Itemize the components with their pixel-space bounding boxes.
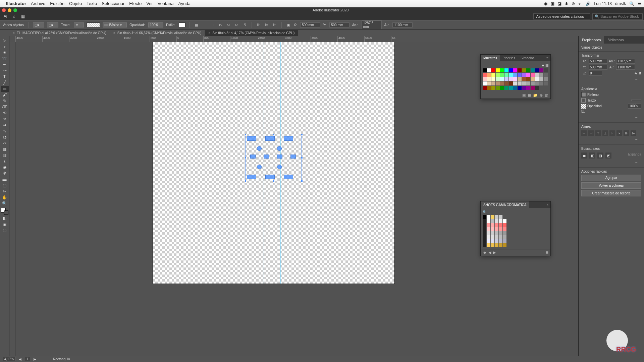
- swatch[interactable]: [522, 68, 526, 72]
- opacity-icon[interactable]: [581, 104, 586, 109]
- distribute-icon[interactable]: ⊪: [256, 22, 261, 27]
- swatches-tab[interactable]: Muestras: [481, 55, 500, 61]
- more-options-icon[interactable]: ⋯: [581, 77, 641, 83]
- swatch-library-icon[interactable]: ▤: [522, 93, 526, 98]
- menubar-user[interactable]: dmstk: [615, 1, 626, 6]
- swatch[interactable]: [483, 231, 486, 235]
- stroke-preview[interactable]: [87, 22, 100, 27]
- shoes-panel-title[interactable]: SHOES GAMA CROMATICA: [481, 201, 529, 208]
- menu-objeto[interactable]: Objeto: [69, 1, 82, 6]
- swatch[interactable]: [483, 73, 487, 77]
- group-button[interactable]: Agrupar: [581, 175, 641, 181]
- menu-icon[interactable]: ☰: [638, 1, 641, 6]
- swatch[interactable]: [491, 223, 494, 227]
- swatch[interactable]: [539, 68, 543, 72]
- swatch[interactable]: [513, 81, 517, 85]
- shaper-tool[interactable]: ✎: [1, 98, 9, 104]
- swatch[interactable]: [522, 73, 526, 77]
- swatch[interactable]: [503, 231, 506, 235]
- more-options-icon[interactable]: ⋯: [581, 136, 641, 142]
- swatch[interactable]: [518, 81, 522, 85]
- opacity-dropdown[interactable]: 100%: [148, 22, 164, 27]
- align-top-icon[interactable]: ⫑: [226, 22, 231, 27]
- menubar-clock[interactable]: Lun 11:13: [594, 1, 612, 6]
- swatch[interactable]: [487, 81, 491, 85]
- swatch[interactable]: [531, 81, 535, 85]
- swatch[interactable]: [491, 231, 494, 235]
- swatch[interactable]: [495, 235, 498, 239]
- swatch[interactable]: [503, 227, 506, 231]
- scale-tool[interactable]: ⤧: [1, 116, 9, 122]
- swatch[interactable]: [487, 235, 490, 239]
- style-swatch[interactable]: [179, 22, 185, 27]
- swatch[interactable]: [513, 73, 517, 77]
- flip-h-icon[interactable]: ⇋: [635, 71, 637, 75]
- swatch[interactable]: [509, 68, 513, 72]
- swatch[interactable]: [544, 68, 548, 72]
- selected-objects[interactable]: [247, 136, 301, 180]
- swatch[interactable]: [495, 239, 498, 243]
- screen-mode-icon[interactable]: ▢: [1, 227, 9, 233]
- swatch[interactable]: [500, 77, 504, 81]
- swatch[interactable]: [531, 86, 535, 90]
- swatch[interactable]: [491, 215, 494, 219]
- new-swatch-icon[interactable]: ⊕: [540, 93, 543, 98]
- maximize-window-button[interactable]: [13, 8, 17, 12]
- graph-tool[interactable]: ▬: [1, 176, 9, 182]
- align-hcenter-icon[interactable]: ⫎: [210, 22, 215, 27]
- libraries-tab[interactable]: Bibliotecas: [604, 36, 627, 44]
- close-tab-icon[interactable]: ×: [13, 31, 15, 35]
- align-icon[interactable]: ▦: [194, 22, 199, 27]
- distribute-icon[interactable]: ⊫: [631, 130, 636, 136]
- swatch[interactable]: [500, 73, 504, 77]
- menu-archivo[interactable]: Archivo: [31, 1, 45, 6]
- swatch[interactable]: [504, 68, 508, 72]
- swatch[interactable]: [503, 223, 506, 227]
- swatch[interactable]: [504, 77, 508, 81]
- swatch[interactable]: [544, 77, 548, 81]
- align-left-icon[interactable]: ⫍: [202, 22, 207, 27]
- arrange-documents-icon[interactable]: ▦: [20, 14, 25, 19]
- zoom-tool[interactable]: 🔍: [1, 200, 9, 206]
- swatch[interactable]: [503, 219, 506, 223]
- nav-first-icon[interactable]: ⏮: [483, 250, 486, 255]
- brush-definition-dropdown[interactable]: ━━ Básico ▾: [103, 22, 127, 27]
- document-tab[interactable]: ×Sin título-1* al 66,67% (CMYK/Previsual…: [110, 30, 205, 36]
- hand-tool[interactable]: ✋: [1, 194, 9, 200]
- home-icon[interactable]: ⌂: [11, 14, 17, 19]
- swatch[interactable]: [500, 81, 504, 85]
- spotlight-icon[interactable]: 🔍: [629, 1, 634, 6]
- swatch[interactable]: [483, 215, 486, 219]
- artboard-number[interactable]: 1: [25, 357, 30, 361]
- swatch[interactable]: [526, 68, 530, 72]
- eraser-tool[interactable]: ⌫: [1, 104, 9, 110]
- swatch[interactable]: [499, 223, 502, 227]
- swatch[interactable]: [491, 239, 494, 243]
- swatch[interactable]: [513, 77, 517, 81]
- fx-label[interactable]: fx.: [581, 110, 585, 113]
- swatches-panel[interactable]: Muestras Pinceles Símbolos ≡ ≣ ▦ ▤ ▦ 📁 ⊕…: [480, 54, 551, 99]
- swatch[interactable]: [504, 73, 508, 77]
- stroke-weight-field[interactable]: [631, 100, 641, 101]
- shoes-swatch-rows[interactable]: [483, 215, 548, 247]
- slice-tool[interactable]: ✂: [1, 188, 9, 194]
- stroke-swatch[interactable]: [581, 98, 586, 103]
- swatch[interactable]: [495, 215, 498, 219]
- menu-ver[interactable]: Ver: [146, 1, 153, 6]
- swatch[interactable]: [487, 77, 491, 81]
- document-tab[interactable]: ×Sin título-3* al 4,17% (CMYK/Previsuali…: [205, 30, 298, 36]
- swatch[interactable]: [483, 86, 487, 90]
- close-window-button[interactable]: [2, 8, 6, 12]
- pathfinder-exclude-icon[interactable]: ◩: [605, 153, 611, 159]
- app-logo-icon[interactable]: Ai: [3, 14, 8, 19]
- width-tool[interactable]: ⇔: [1, 122, 9, 128]
- distribute-icon[interactable]: ⊪: [624, 130, 629, 136]
- swatch[interactable]: [499, 231, 502, 235]
- nav-next-icon[interactable]: ▶: [493, 250, 496, 255]
- swatch[interactable]: [544, 81, 548, 85]
- swatch[interactable]: [491, 81, 495, 85]
- wifi-icon[interactable]: ᯤ: [578, 1, 582, 6]
- symbols-tab[interactable]: Símbolos: [518, 55, 537, 61]
- swatch[interactable]: [499, 235, 502, 239]
- swatch[interactable]: [491, 219, 494, 223]
